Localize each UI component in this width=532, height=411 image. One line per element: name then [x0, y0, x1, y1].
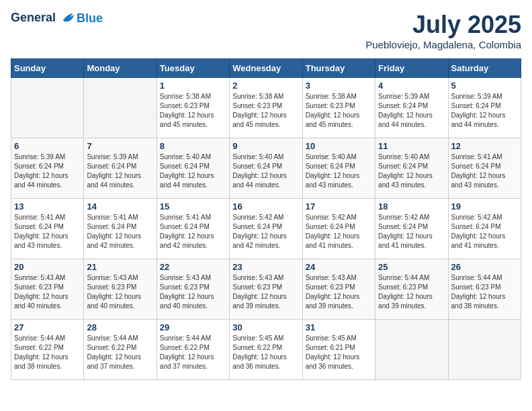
calendar-cell: 4Sunrise: 5:39 AMSunset: 6:24 PMDaylight…: [375, 78, 448, 138]
day-info: Sunrise: 5:41 AMSunset: 6:24 PMDaylight:…: [14, 213, 81, 250]
day-number: 29: [160, 322, 226, 332]
location-subtitle: Puebloviejo, Magdalena, Colombia: [365, 39, 521, 50]
day-number: 18: [378, 201, 445, 212]
header-wednesday: Wednesday: [230, 59, 302, 78]
day-number: 15: [160, 201, 226, 212]
calendar-cell: 13Sunrise: 5:41 AMSunset: 6:24 PMDayligh…: [11, 199, 84, 259]
day-info: Sunrise: 5:45 AMSunset: 6:22 PMDaylight:…: [232, 334, 299, 371]
calendar-cell: 10Sunrise: 5:40 AMSunset: 6:24 PMDayligh…: [302, 138, 375, 199]
calendar-cell: 16Sunrise: 5:42 AMSunset: 6:24 PMDayligh…: [230, 199, 302, 259]
day-info: Sunrise: 5:43 AMSunset: 6:23 PMDaylight:…: [232, 273, 299, 311]
day-info: Sunrise: 5:43 AMSunset: 6:23 PMDaylight:…: [14, 273, 81, 311]
calendar-cell: 25Sunrise: 5:44 AMSunset: 6:23 PMDayligh…: [375, 259, 448, 320]
day-number: 21: [87, 262, 153, 272]
day-info: Sunrise: 5:41 AMSunset: 6:24 PMDaylight:…: [451, 152, 518, 190]
day-number: 5: [451, 81, 518, 91]
calendar-cell: 23Sunrise: 5:43 AMSunset: 6:23 PMDayligh…: [230, 259, 302, 320]
logo-text: General: [11, 11, 77, 26]
title-block: July 2025 Puebloviejo, Magdalena, Colomb…: [365, 11, 521, 50]
day-number: 24: [306, 262, 372, 272]
calendar-cell: 24Sunrise: 5:43 AMSunset: 6:23 PMDayligh…: [302, 259, 375, 320]
day-info: Sunrise: 5:44 AMSunset: 6:22 PMDaylight:…: [14, 334, 81, 371]
calendar-cell: 12Sunrise: 5:41 AMSunset: 6:24 PMDayligh…: [448, 138, 521, 199]
day-info: Sunrise: 5:42 AMSunset: 6:24 PMDaylight:…: [451, 213, 518, 250]
header-monday: Monday: [84, 59, 157, 78]
calendar-cell: [11, 78, 84, 138]
day-number: 1: [160, 81, 226, 91]
calendar-cell: 11Sunrise: 5:40 AMSunset: 6:24 PMDayligh…: [375, 138, 448, 199]
calendar-cell: 20Sunrise: 5:43 AMSunset: 6:23 PMDayligh…: [11, 259, 84, 320]
day-number: 3: [306, 81, 372, 91]
calendar-week-5: 27Sunrise: 5:44 AMSunset: 6:22 PMDayligh…: [11, 320, 521, 380]
day-info: Sunrise: 5:38 AMSunset: 6:23 PMDaylight:…: [306, 92, 372, 130]
day-info: Sunrise: 5:43 AMSunset: 6:23 PMDaylight:…: [87, 273, 153, 311]
day-info: Sunrise: 5:42 AMSunset: 6:24 PMDaylight:…: [232, 213, 299, 250]
day-number: 27: [14, 322, 81, 332]
day-number: 31: [306, 322, 372, 332]
day-number: 10: [306, 141, 372, 151]
day-info: Sunrise: 5:39 AMSunset: 6:24 PMDaylight:…: [87, 152, 153, 190]
header-thursday: Thursday: [302, 59, 375, 78]
calendar-cell: 9Sunrise: 5:40 AMSunset: 6:24 PMDaylight…: [230, 138, 302, 199]
day-info: Sunrise: 5:40 AMSunset: 6:24 PMDaylight:…: [378, 152, 445, 190]
day-info: Sunrise: 5:41 AMSunset: 6:24 PMDaylight:…: [160, 213, 226, 250]
calendar-cell: 29Sunrise: 5:44 AMSunset: 6:22 PMDayligh…: [157, 320, 229, 380]
calendar-cell: 19Sunrise: 5:42 AMSunset: 6:24 PMDayligh…: [448, 199, 521, 259]
day-number: 13: [14, 201, 81, 212]
day-info: Sunrise: 5:40 AMSunset: 6:24 PMDaylight:…: [306, 152, 372, 190]
day-info: Sunrise: 5:44 AMSunset: 6:23 PMDaylight:…: [451, 273, 518, 311]
day-number: 22: [160, 262, 226, 272]
day-info: Sunrise: 5:38 AMSunset: 6:23 PMDaylight:…: [160, 92, 226, 130]
day-number: 16: [232, 201, 299, 212]
calendar-cell: 6Sunrise: 5:39 AMSunset: 6:24 PMDaylight…: [11, 138, 84, 199]
day-info: Sunrise: 5:44 AMSunset: 6:22 PMDaylight:…: [160, 334, 226, 371]
calendar-cell: [448, 320, 521, 380]
calendar-cell: 22Sunrise: 5:43 AMSunset: 6:23 PMDayligh…: [157, 259, 229, 320]
calendar-cell: 1Sunrise: 5:38 AMSunset: 6:23 PMDaylight…: [157, 78, 229, 138]
day-number: 9: [232, 141, 299, 151]
calendar-cell: 18Sunrise: 5:42 AMSunset: 6:24 PMDayligh…: [375, 199, 448, 259]
day-number: 4: [378, 81, 445, 91]
day-info: Sunrise: 5:39 AMSunset: 6:24 PMDaylight:…: [14, 152, 81, 190]
day-info: Sunrise: 5:43 AMSunset: 6:23 PMDaylight:…: [160, 273, 226, 311]
day-info: Sunrise: 5:42 AMSunset: 6:24 PMDaylight:…: [306, 213, 372, 250]
day-number: 28: [87, 322, 153, 332]
day-number: 6: [14, 141, 81, 151]
day-number: 12: [451, 141, 518, 151]
day-info: Sunrise: 5:43 AMSunset: 6:23 PMDaylight:…: [306, 273, 372, 311]
calendar-cell: [84, 78, 157, 138]
logo-general: General: [11, 11, 56, 24]
calendar-cell: 7Sunrise: 5:39 AMSunset: 6:24 PMDaylight…: [84, 138, 157, 199]
day-info: Sunrise: 5:44 AMSunset: 6:23 PMDaylight:…: [378, 273, 445, 311]
day-number: 14: [87, 201, 153, 212]
month-title: July 2025: [365, 11, 521, 39]
calendar-cell: 21Sunrise: 5:43 AMSunset: 6:23 PMDayligh…: [84, 259, 157, 320]
day-info: Sunrise: 5:40 AMSunset: 6:24 PMDaylight:…: [232, 152, 299, 190]
calendar-cell: 14Sunrise: 5:41 AMSunset: 6:24 PMDayligh…: [84, 199, 157, 259]
calendar-cell: 5Sunrise: 5:39 AMSunset: 6:24 PMDaylight…: [448, 78, 521, 138]
calendar-cell: 15Sunrise: 5:41 AMSunset: 6:24 PMDayligh…: [157, 199, 229, 259]
calendar-cell: 26Sunrise: 5:44 AMSunset: 6:23 PMDayligh…: [448, 259, 521, 320]
calendar-cell: 27Sunrise: 5:44 AMSunset: 6:22 PMDayligh…: [11, 320, 84, 380]
calendar-week-1: 1Sunrise: 5:38 AMSunset: 6:23 PMDaylight…: [11, 78, 521, 138]
day-info: Sunrise: 5:39 AMSunset: 6:24 PMDaylight:…: [451, 92, 518, 130]
day-number: 20: [14, 262, 81, 272]
calendar-week-4: 20Sunrise: 5:43 AMSunset: 6:23 PMDayligh…: [11, 259, 521, 320]
day-number: 11: [378, 141, 445, 151]
calendar-cell: 30Sunrise: 5:45 AMSunset: 6:22 PMDayligh…: [230, 320, 302, 380]
day-number: 19: [451, 201, 518, 212]
day-info: Sunrise: 5:44 AMSunset: 6:22 PMDaylight:…: [87, 334, 153, 371]
calendar-cell: 3Sunrise: 5:38 AMSunset: 6:23 PMDaylight…: [302, 78, 375, 138]
calendar-cell: 8Sunrise: 5:40 AMSunset: 6:24 PMDaylight…: [157, 138, 229, 199]
header-saturday: Saturday: [448, 59, 521, 78]
logo-blue: Blue: [77, 11, 103, 26]
calendar-cell: [375, 320, 448, 380]
day-number: 26: [451, 262, 518, 272]
logo: General Blue: [11, 11, 103, 26]
day-number: 30: [232, 322, 299, 332]
day-number: 7: [87, 141, 153, 151]
header-friday: Friday: [375, 59, 448, 78]
day-info: Sunrise: 5:42 AMSunset: 6:24 PMDaylight:…: [378, 213, 445, 250]
day-number: 25: [378, 262, 445, 272]
page-header: General Blue July 2025 Puebloviejo, Magd…: [11, 11, 521, 50]
